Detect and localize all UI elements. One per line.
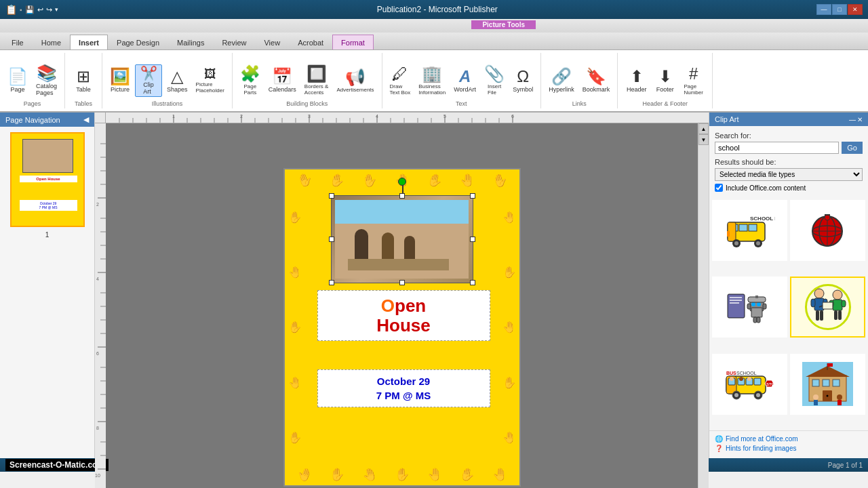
hints-link[interactable]: ❓ Hints for finding images: [715, 445, 863, 452]
clip-item-4[interactable]: [790, 277, 865, 338]
quick-redo[interactable]: ↪: [46, 5, 52, 14]
publication-page[interactable]: ✋ ✋ ✋ 🤚 ✋ 🤚 ✋ 🤚 ✋ 🤚 ✋ 🤚: [283, 168, 521, 487]
table-button[interactable]: ⊞ Table: [70, 66, 97, 95]
calendars-button[interactable]: 📅 Calendars: [265, 66, 300, 95]
svg-point-90: [751, 302, 755, 306]
svg-point-123: [730, 377, 734, 381]
minimize-button[interactable]: —: [816, 4, 831, 15]
tab-file[interactable]: File: [3, 35, 33, 49]
catalog-pages-button[interactable]: 📚 CatalogPages: [33, 63, 60, 98]
include-office-row: Include Office.com content: [715, 184, 863, 192]
search-field[interactable]: [715, 142, 839, 154]
vertical-ruler: 2 4 6: [95, 123, 106, 488]
svg-rect-141: [814, 400, 818, 405]
page-button[interactable]: 📄 Page: [4, 66, 31, 95]
clipart-header: Clip Art — ✕: [709, 113, 868, 126]
handle-mr[interactable]: [470, 237, 475, 242]
left-nav: Page Navigation ◀ Open House October 29 …: [0, 113, 95, 458]
clipart-title: Clip Art: [715, 115, 738, 123]
event-time: 7 PM @ MS: [321, 390, 487, 401]
media-type-select[interactable]: Selected media file types: [715, 168, 863, 181]
draw-text-box-button[interactable]: 🖊 DrawText Box: [387, 64, 414, 98]
svg-text:6: 6: [96, 351, 99, 356]
school-building-icon: [802, 362, 853, 406]
date-textbox[interactable]: October 29 7 PM @ MS: [317, 369, 490, 407]
right-scrollbar[interactable]: ▲ ▼: [698, 123, 709, 488]
svg-point-72: [734, 241, 738, 245]
svg-rect-98: [755, 296, 758, 298]
clip-item-6[interactable]: [790, 354, 865, 415]
ruler-corner: [95, 113, 106, 123]
svg-rect-87: [730, 300, 742, 301]
clip-item-5[interactable]: BUS SCHOOL STOP: [712, 354, 787, 415]
advertisements-button[interactable]: 📢 Advertisements: [333, 67, 377, 95]
business-information-button[interactable]: 🏢 BusinessInformation: [415, 64, 449, 98]
handle-bl[interactable]: [329, 280, 334, 285]
tab-view[interactable]: View: [255, 35, 289, 49]
tab-format[interactable]: Format: [332, 35, 374, 49]
clip-item-2[interactable]: [790, 200, 865, 261]
bookmark-button[interactable]: 🔖 Bookmark: [579, 66, 614, 95]
svg-text:4: 4: [376, 114, 378, 119]
clip-item-1[interactable]: SCHOOL BUS: [712, 200, 787, 261]
horizontal-ruler: 1 2 3: [106, 113, 709, 123]
svg-text:SCHOOL BUS: SCHOOL BUS: [750, 216, 775, 222]
quick-undo[interactable]: ↩: [37, 5, 43, 14]
handle-tc[interactable]: [399, 193, 405, 199]
header-button[interactable]: ⬆ Header: [623, 66, 650, 95]
tab-home[interactable]: Home: [33, 35, 70, 49]
shapes-button[interactable]: △ Shapes: [163, 66, 191, 95]
maximize-button[interactable]: □: [832, 4, 847, 15]
clipart-close[interactable]: ✕: [857, 116, 863, 123]
nav-collapse[interactable]: ◀: [83, 115, 89, 124]
svg-point-82: [825, 215, 830, 220]
quick-save[interactable]: 💾: [25, 5, 35, 14]
close-button[interactable]: ✕: [848, 4, 863, 15]
handle-br[interactable]: [470, 280, 475, 285]
tab-insert[interactable]: Insert: [70, 35, 108, 49]
office-link[interactable]: 🌐 Find more at Office.com: [715, 435, 863, 443]
go-button[interactable]: Go: [842, 142, 863, 154]
handle-bc[interactable]: [399, 280, 405, 285]
picture-button[interactable]: 🖼️ Picture: [106, 66, 134, 95]
quick-dropdown[interactable]: ▾: [55, 6, 58, 13]
clip-art-button[interactable]: ✂️ ClipArt: [135, 64, 162, 97]
handle-tl[interactable]: [329, 193, 334, 199]
wordart-button[interactable]: A WordArt: [450, 66, 479, 95]
svg-rect-104: [820, 310, 823, 321]
tab-acrobat[interactable]: Acrobat: [289, 35, 332, 49]
footer-button[interactable]: ⬇ Footer: [652, 66, 679, 95]
tab-mailings[interactable]: Mailings: [168, 35, 213, 49]
clip-item-3[interactable]: [712, 277, 787, 338]
ribbon-tabs: File Home Insert Page Design Mailings Re…: [0, 33, 868, 50]
svg-text:2: 2: [96, 202, 99, 207]
open-house-textbox[interactable]: Open House: [317, 290, 490, 341]
tab-review[interactable]: Review: [213, 35, 255, 49]
handle-ml[interactable]: [329, 237, 334, 242]
picture-placeholder-button[interactable]: 🖼 PicturePlaceholder: [193, 66, 228, 96]
house-text: House: [321, 316, 487, 336]
svg-text:5: 5: [443, 114, 446, 119]
event-date: October 29: [321, 375, 487, 387]
open-rest: pen: [395, 296, 426, 316]
page-number-button[interactable]: # PageNumber: [680, 64, 707, 98]
ruler-markings: 1 2 3: [106, 113, 709, 123]
svg-text:SCHOOL: SCHOOL: [736, 371, 757, 375]
symbol-button[interactable]: Ω Symbol: [509, 66, 536, 95]
search-label: Search for:: [715, 131, 863, 140]
borders-accents-button[interactable]: 🔲 Borders &Accents: [301, 64, 332, 98]
page-1-thumbnail[interactable]: Open House October 29 7 PM @ MS: [10, 132, 85, 227]
insert-file-button[interactable]: 📎 InsertFile: [481, 64, 508, 98]
svg-rect-111: [823, 302, 833, 309]
include-office-checkbox[interactable]: [715, 184, 723, 192]
svg-rect-96: [757, 317, 760, 323]
page-parts-button[interactable]: 🧩 PageParts: [237, 64, 264, 98]
photo-frame[interactable]: [331, 195, 473, 283]
results-label: Results should be:: [715, 158, 863, 166]
tab-page-design[interactable]: Page Design: [108, 35, 168, 49]
handle-tr[interactable]: [470, 193, 475, 199]
clipart-minimize[interactable]: —: [849, 116, 856, 123]
svg-rect-0: [106, 113, 709, 123]
hyperlink-button[interactable]: 🔗 Hyperlink: [545, 66, 578, 95]
svg-rect-118: [754, 378, 761, 385]
